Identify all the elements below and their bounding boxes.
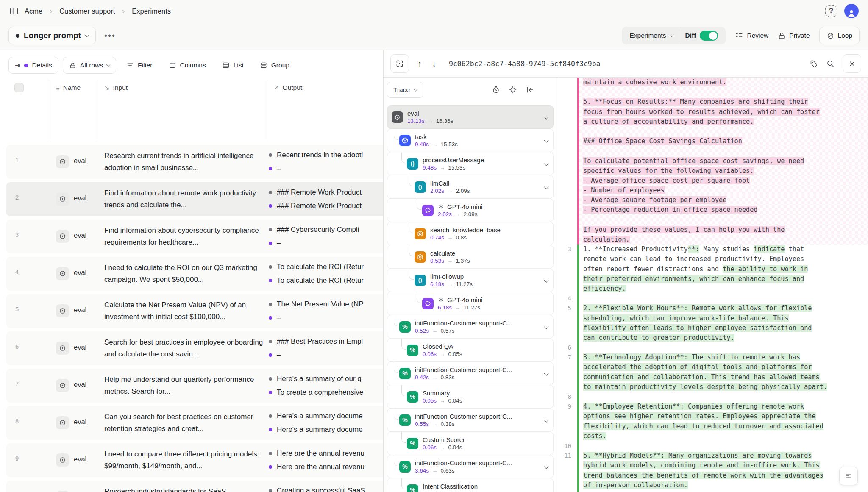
diff-line-number xyxy=(557,422,577,431)
duration-after: 2.09s xyxy=(456,188,470,194)
trace-tree-row[interactable]: GPT-4o mini6.18s→11.27s xyxy=(387,292,554,315)
experiment-select-button[interactable]: Longer prompt xyxy=(8,27,96,44)
diff-code: - Average square footage per employee xyxy=(577,195,868,205)
previous-row-button[interactable]: ↑ xyxy=(416,59,423,69)
table-row[interactable]: 3evalFind information about cybersecurit… xyxy=(6,220,384,253)
trace-tree-row[interactable]: ()processUserMessage9.48s→15.53s xyxy=(387,152,554,175)
column-header-name[interactable]: ≡ Name xyxy=(56,84,81,92)
tree-node-times: 0.52s→0.57s xyxy=(415,328,512,334)
experiments-dropdown[interactable]: Experiments xyxy=(623,32,679,39)
trace-tree-row[interactable]: calculate0.53s→1.37s xyxy=(387,245,554,269)
filter-icon xyxy=(126,61,134,69)
table-row[interactable]: 4evalI need to calculate the ROI on our … xyxy=(6,257,384,291)
row-name: eval xyxy=(74,231,86,239)
table-row[interactable]: 6evalSearch for best practices in employ… xyxy=(6,331,384,365)
breadcrumb-org[interactable]: Acme xyxy=(25,7,42,15)
outline-button[interactable] xyxy=(839,467,858,485)
breadcrumb-project[interactable]: Customer support xyxy=(59,7,115,15)
tree-node-times: 0.06s→0.05s xyxy=(423,351,462,357)
trace-tree-row[interactable]: %initFunction-Customer support-C...0.42s… xyxy=(387,361,554,385)
trace-tree-row[interactable]: search_knowledge_base0.74s→0.8s xyxy=(387,222,554,245)
table-row[interactable]: 8evalCan you search for best practices o… xyxy=(6,406,384,440)
trace-tree-row[interactable]: eval13.13s→16.36s xyxy=(387,105,554,129)
trace-tree-row[interactable]: %Intent Classification0.13s→0.08s xyxy=(387,478,554,492)
duration-after: 11.27s xyxy=(464,304,481,311)
diff-line-number: 12 xyxy=(557,490,577,492)
chevron-down-icon xyxy=(544,184,548,189)
trace-tree-row[interactable]: %Custom Scorer0.06s→0.04s xyxy=(387,431,554,455)
diff-line-number: 5 xyxy=(557,303,577,313)
group-button[interactable]: Group xyxy=(254,57,295,74)
table-row[interactable]: 5evalCalculate the Net Present Value (NP… xyxy=(6,294,384,328)
eval-icon xyxy=(56,155,69,168)
review-label: Review xyxy=(747,32,768,39)
private-button[interactable]: Private xyxy=(778,32,810,40)
duration-after: 15.53s xyxy=(441,141,458,147)
diff-toggle[interactable] xyxy=(700,31,718,41)
diff-added-line: 4 xyxy=(557,294,868,303)
more-actions-button[interactable]: ••• xyxy=(101,28,119,43)
trace-tree-row[interactable]: %initFunction-Customer support-C...0.55s… xyxy=(387,408,554,432)
crosshair-icon[interactable] xyxy=(509,86,517,94)
trace-view-dropdown[interactable]: Trace xyxy=(387,82,423,98)
tree-node-name: llmFollowup xyxy=(430,273,473,280)
removed-text: If you provide these values, I can help … xyxy=(583,226,785,233)
trace-tree-row[interactable]: ()llmCall2.02s→2.09s xyxy=(387,175,554,199)
details-button[interactable]: ⇥ Details xyxy=(8,57,58,74)
tag-icon[interactable] xyxy=(810,59,818,68)
tree-node-main: Intent Classification0.13s→0.08s xyxy=(423,483,478,492)
all-rows-dropdown[interactable]: All rows xyxy=(63,57,116,74)
row-name: eval xyxy=(74,194,86,202)
filter-button[interactable]: Filter xyxy=(120,57,158,74)
row-output-text: – xyxy=(277,239,281,247)
trace-tree-row[interactable]: GPT-4o mini2.02s→2.09s xyxy=(387,198,554,222)
output-bullet-icon xyxy=(269,465,272,469)
trace-tree-row[interactable]: ()llmFollowup6.18s→11.27s xyxy=(387,268,554,292)
diff-gutter xyxy=(557,156,577,166)
trace-tree-row[interactable]: %initFunction-Customer support-C...0.52s… xyxy=(387,315,554,339)
tree-node-name: initFunction-Customer support-C... xyxy=(415,320,512,327)
breadcrumb-section[interactable]: Experiments xyxy=(132,7,171,15)
table-row[interactable]: 7evalHelp me understand our quarterly pe… xyxy=(6,369,384,403)
diff-code xyxy=(577,441,868,451)
search-icon[interactable] xyxy=(826,59,835,68)
tree-node-name: Intent Classification xyxy=(423,483,478,490)
row-input: Help me understand our quarterly perform… xyxy=(104,374,270,397)
list-button[interactable]: List xyxy=(216,57,250,74)
columns-button[interactable]: Columns xyxy=(163,57,212,74)
table-row[interactable]: 2evalFind information about remote work … xyxy=(6,182,384,216)
tree-node-times: 6.18s→11.27s xyxy=(430,281,473,287)
next-row-button[interactable]: ↓ xyxy=(430,59,438,69)
loop-button[interactable]: Loop xyxy=(819,27,860,44)
review-button[interactable]: Review xyxy=(735,31,768,40)
column-header-input[interactable]: ↘ Input xyxy=(104,84,128,92)
added-text: to maintain productivity levels despite … xyxy=(583,383,827,391)
table-row[interactable]: 1evalResearch current trends in artifici… xyxy=(6,145,384,179)
trace-tree-row[interactable]: %initFunction-Customer support-C...3.64s… xyxy=(387,455,554,478)
table-row[interactable]: 10evalResearch industry standards for Sa… xyxy=(6,481,384,492)
expand-trace-button[interactable] xyxy=(390,54,409,73)
table-row[interactable]: 9evalI need to compare three different p… xyxy=(6,443,384,477)
close-panel-button[interactable] xyxy=(843,54,861,73)
diff-line-number xyxy=(557,284,577,294)
trace-tree-row[interactable]: %Summary0.05s→0.04s xyxy=(387,385,554,409)
select-all-checkbox[interactable] xyxy=(14,83,24,92)
trace-tree-row[interactable]: task9.49s→15.53s xyxy=(387,128,554,152)
tree-node-name: eval xyxy=(407,110,453,117)
tree-node-main: llmFollowup6.18s→11.27s xyxy=(430,273,473,287)
eval-icon xyxy=(56,230,69,243)
collapse-left-icon[interactable] xyxy=(526,86,534,94)
diff-added-line: 52. **Flexible Work Hours**: Remote work… xyxy=(557,303,868,313)
sidebar-toggle-icon[interactable] xyxy=(9,6,19,16)
column-header-output[interactable]: ↗ Output xyxy=(274,84,302,92)
trace-tree-row[interactable]: %Closed QA0.06s→0.05s xyxy=(387,338,554,362)
diff-code xyxy=(577,146,868,156)
removed-text: focus from hours worked to results achie… xyxy=(583,108,820,116)
avatar[interactable] xyxy=(844,4,859,18)
top-bar: Acme › Customer support › Experiments ? xyxy=(0,0,868,22)
diff-added-line: flexibility often leads to higher employ… xyxy=(557,323,868,333)
help-icon[interactable]: ? xyxy=(825,5,837,17)
timer-icon[interactable] xyxy=(492,86,500,94)
llm-icon xyxy=(422,298,434,309)
row-output-text: Here's a summary docume xyxy=(277,412,363,420)
